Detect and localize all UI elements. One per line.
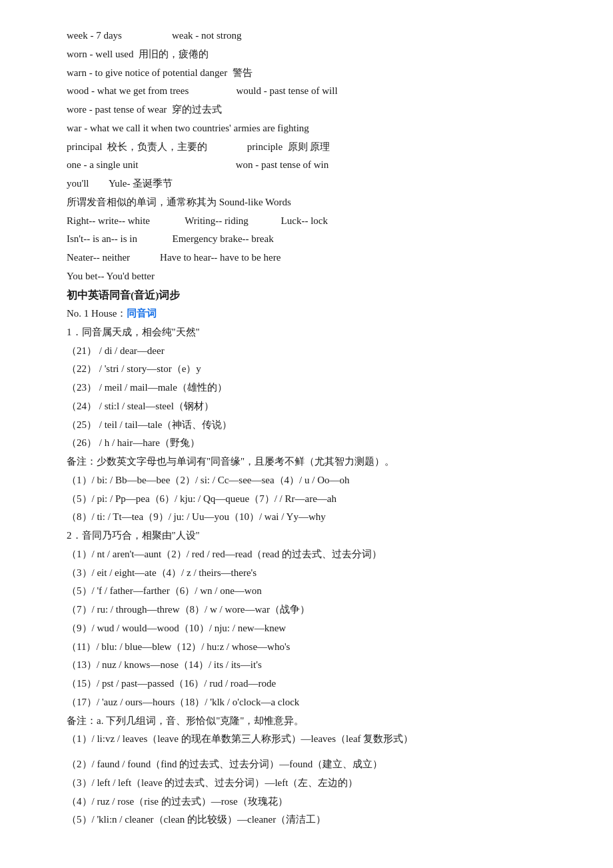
text-line: 所谓发音相似的单词，通常称其为 Sound-like Words <box>67 193 560 212</box>
text-line: wore - past tense of wear 穿的过去式 <box>67 101 560 119</box>
text-line: （13）/ nuz / knows—nose（14）/ its / its—it… <box>67 656 560 675</box>
text-line: （22） / 'stri / story—stor（e）y <box>67 360 560 379</box>
text-line: （3）/ left / left（leave 的过去式、过去分词）—left（左… <box>67 774 560 793</box>
text-line: 备注：少数英文字母也与单词有"同音缘"，且屡考不鲜（尤其智力测题）。 <box>67 453 560 471</box>
text-line: （5）/ 'f / father—farther（6）/ wn / one—wo… <box>67 582 560 601</box>
text-line: （11）/ blu: / blue—blew（12）/ hu:z / whose… <box>67 638 560 657</box>
text-line: 2．音同乃巧合，相聚由"人设" <box>67 527 560 545</box>
text-line: （5）/ pi: / Pp—pea（6）/ kju: / Qq—queue（7）… <box>67 490 560 509</box>
text-line: （3）/ eit / eight—ate（4）/ z / theirs—ther… <box>67 564 560 583</box>
text-line: （5）/ 'kli:n / cleaner（clean 的比较级）—cleane… <box>67 811 560 829</box>
text-line: （1）/ bi: / Bb—be—bee（2）/ si: / Cc—see—se… <box>67 471 560 490</box>
text-line: （9）/ wud / would—wood（10）/ nju: / new—kn… <box>67 619 560 638</box>
text-line: （4）/ ruz / rose（rise 的过去式）—rose（玫瑰花） <box>67 793 560 811</box>
text-line: No. 1 House：同音词 <box>67 305 560 323</box>
text-line: （17）/ 'auz / ours—hours（18）/ 'klk / o'cl… <box>67 693 560 712</box>
text-line: 备注：a. 下列几组词，音、形恰似"克隆"，却惟意异。 <box>67 712 560 731</box>
text-line: worn - well used 用旧的，疲倦的 <box>67 45 560 64</box>
text-line: （1）/ nt / aren't—aunt（2）/ red / red—read… <box>67 545 560 564</box>
text-line: Neater-- neither Have to hear-- have to … <box>67 249 560 267</box>
text-line: Right-- write-- white Writing-- riding L… <box>67 212 560 231</box>
text-line: principal 校长，负责人，主要的 principle 原则 原理 <box>67 138 560 157</box>
text-line: 初中英语同音(音近)词步 <box>67 286 560 305</box>
text-line: week - 7 days weak - not strong <box>67 27 560 45</box>
text-line: （2）/ faund / found（find 的过去式、过去分词）—found… <box>67 755 560 774</box>
text-line: warn - to give notice of potential dange… <box>67 64 560 83</box>
text-line: （25） / teil / tail—tale（神话、传说） <box>67 416 560 435</box>
text-line: （7）/ ru: / through—threw（8）/ w / wore—wa… <box>67 601 560 619</box>
text-line: （21） / di / dear—deer <box>67 342 560 361</box>
text-line: you'll Yule- 圣诞季节 <box>67 175 560 193</box>
text-line: one - a single unit won - past tense of … <box>67 156 560 175</box>
blank-line <box>67 749 560 755</box>
text-line: （15）/ pst / past—passed（16）/ rud / road—… <box>67 675 560 693</box>
main-content: week - 7 days weak - not strongworn - we… <box>67 27 560 829</box>
text-line: wood - what we get from trees would - pa… <box>67 82 560 101</box>
text-line: war - what we call it when two countries… <box>67 119 560 138</box>
text-line: （8）/ ti: / Tt—tea（9）/ ju: / Uu—you（10）/ … <box>67 508 560 527</box>
text-line: 1．同音属天成，相会纯"天然" <box>67 323 560 342</box>
text-line: （26） / h / hair—hare（野兔） <box>67 434 560 453</box>
text-line: Isn't-- is an-- is in Emergency brake-- … <box>67 230 560 249</box>
text-line: （24） / sti:l / steal—steel（钢材） <box>67 397 560 416</box>
text-line: （1）/ li:vz / leaves（leave 的现在单数第三人称形式）—l… <box>67 730 560 749</box>
text-line: （23） / meil / mail—male（雄性的） <box>67 379 560 397</box>
text-line: You bet-- You'd better <box>67 267 560 286</box>
highlight-text: 同音词 <box>127 308 157 319</box>
